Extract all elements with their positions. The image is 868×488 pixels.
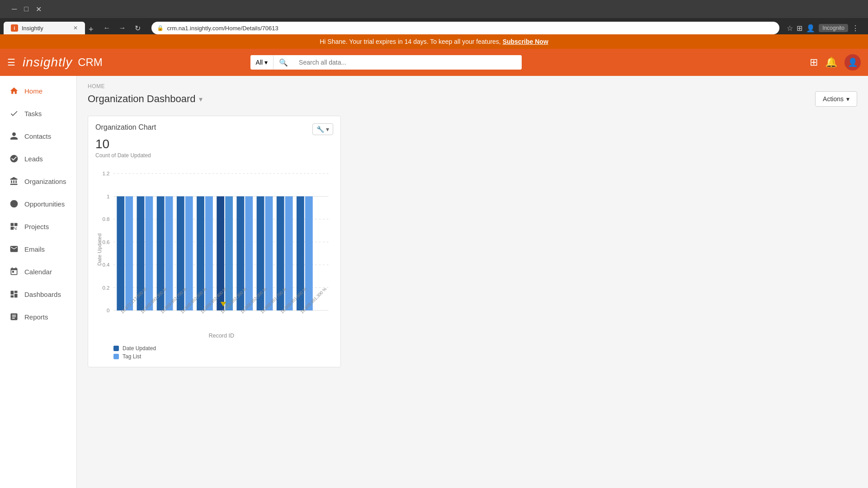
- sidebar-label-leads: Leads: [24, 155, 43, 163]
- profile-icon[interactable]: 👤: [806, 24, 815, 33]
- sidebar-item-contacts[interactable]: Contacts: [0, 125, 76, 147]
- chart-settings-button[interactable]: 🔧 ▾: [312, 123, 333, 135]
- trial-banner: Hi Shane. Your trial expires in 14 days.…: [0, 34, 868, 49]
- new-tab-button[interactable]: +: [89, 25, 94, 34]
- bar-light-10: [305, 197, 313, 310]
- dropdown-arrow-icon: ▾: [264, 59, 268, 66]
- chart-card: Organization Chart 🔧 ▾ 10 Count of Date …: [88, 116, 341, 367]
- tab-title: Insightly: [22, 25, 43, 32]
- sidebar-item-opportunities[interactable]: Opportunities: [0, 192, 76, 215]
- legend-label-date-updated: Date Updated: [123, 345, 156, 352]
- header-action-icons: ⊞ 🔔 👤: [810, 54, 861, 70]
- sidebar-label-home: Home: [24, 87, 42, 95]
- maximize-icon[interactable]: □: [24, 5, 28, 14]
- reload-button[interactable]: ↻: [132, 22, 144, 34]
- dashboards-icon: [9, 289, 19, 299]
- bar-light-5: [205, 197, 213, 310]
- chart-area: 1.2 1 0.8 0.6 0.4 0.2 0 Date: [95, 164, 333, 360]
- sidebar-item-projects[interactable]: Projects: [0, 215, 76, 238]
- menu-icon[interactable]: ⋮: [852, 24, 859, 33]
- page-title-text: Organization Dashboard: [88, 93, 195, 105]
- svg-text:0.6: 0.6: [102, 239, 109, 245]
- url-bar[interactable]: 🔒 crm.na1.insightly.com/Home/Details/706…: [151, 22, 780, 34]
- svg-text:Date Updated: Date Updated: [97, 234, 102, 266]
- window-controls[interactable]: ─ □ ✕: [12, 5, 42, 14]
- navigation-controls: ← → ↻: [101, 22, 144, 34]
- sidebar-item-leads[interactable]: Leads: [0, 147, 76, 170]
- search-input[interactable]: [293, 55, 521, 70]
- incognito-badge: Incognito: [819, 24, 848, 32]
- lock-icon: 🔒: [157, 25, 164, 31]
- minimize-icon[interactable]: ─: [12, 5, 17, 14]
- legend-label-tag-list: Tag List: [123, 353, 141, 360]
- bar-light-3: [165, 197, 173, 310]
- hamburger-menu-icon[interactable]: ☰: [7, 57, 15, 68]
- sidebar-item-emails[interactable]: Emails: [0, 238, 76, 260]
- svg-text:0.2: 0.2: [102, 285, 109, 291]
- sidebar-item-reports[interactable]: Reports: [0, 305, 76, 328]
- sidebar-item-organizations[interactable]: Organizations: [0, 170, 76, 192]
- back-button[interactable]: ←: [101, 22, 113, 34]
- home-icon: [9, 86, 19, 96]
- page-title-area: Organization Dashboard ▾ Actions ▾: [88, 91, 857, 107]
- emails-icon: [9, 244, 19, 254]
- trial-message: Hi Shane. Your trial expires in 14 days.…: [320, 38, 501, 45]
- actions-button[interactable]: Actions ▾: [815, 91, 857, 107]
- close-icon[interactable]: ✕: [36, 5, 42, 14]
- legend-item-tag-list: Tag List: [113, 353, 333, 360]
- sidebar-item-calendar[interactable]: Calendar: [0, 260, 76, 283]
- url-text: crm.na1.insightly.com/Home/Details/70613: [167, 25, 278, 32]
- svg-text:0: 0: [107, 308, 109, 313]
- chart-title: Organization Chart: [95, 123, 156, 131]
- sidebar-label-dashboards: Dashboards: [24, 291, 61, 298]
- forward-button[interactable]: →: [116, 22, 129, 34]
- orgs-icon: [9, 176, 19, 186]
- sidebar-item-dashboards[interactable]: Dashboards: [0, 283, 76, 305]
- add-icon[interactable]: ⊞: [810, 56, 818, 68]
- notifications-icon[interactable]: 🔔: [825, 56, 837, 68]
- sidebar-label-emails: Emails: [24, 245, 45, 253]
- user-avatar[interactable]: 👤: [844, 54, 861, 70]
- actions-label: Actions: [823, 95, 844, 103]
- bar-light-4: [185, 197, 193, 310]
- sidebar-label-opportunities: Opportunities: [24, 200, 65, 208]
- search-filter-dropdown[interactable]: All ▾: [250, 55, 274, 70]
- search-dropdown-label: All: [256, 59, 263, 66]
- bar-dark-1: [117, 197, 124, 310]
- tab-close-button[interactable]: ✕: [73, 25, 78, 31]
- wrench-icon: 🔧: [316, 126, 324, 133]
- subscribe-link[interactable]: Subscribe Now: [503, 38, 548, 45]
- avatar-icon: 👤: [848, 57, 858, 67]
- browser-window-controls: ─ □ ✕: [0, 0, 868, 18]
- sidebar-nav: Home Tasks Contacts Leads Organizations: [0, 76, 77, 488]
- svg-text:0.8: 0.8: [102, 216, 109, 222]
- bookmark-icon[interactable]: ☆: [787, 24, 793, 33]
- page-title: Organization Dashboard ▾: [88, 93, 203, 105]
- search-bar[interactable]: All ▾ 🔍: [250, 55, 522, 70]
- svg-text:1.2: 1.2: [102, 171, 109, 176]
- sidebar-label-contacts: Contacts: [24, 132, 51, 140]
- sidebar-item-tasks[interactable]: Tasks: [0, 102, 76, 125]
- chart-legend: Date Updated Tag List: [113, 345, 333, 360]
- reports-icon: [9, 312, 19, 322]
- calendar-icon: [9, 267, 19, 277]
- main-content: HOME Organization Dashboard ▾ Actions ▾ …: [77, 76, 868, 488]
- settings-dropdown-icon: ▾: [326, 126, 329, 133]
- active-tab[interactable]: i Insightly ✕: [4, 22, 85, 34]
- bar-light-7: [245, 197, 253, 310]
- svg-text:0.4: 0.4: [102, 262, 110, 267]
- sidebar-label-reports: Reports: [24, 313, 48, 321]
- tab-favicon: i: [11, 24, 18, 32]
- page-title-dropdown-icon[interactable]: ▾: [199, 95, 203, 103]
- projects-icon: [9, 221, 19, 231]
- svg-text:1: 1: [107, 194, 109, 199]
- extension-icon[interactable]: ⊞: [797, 24, 802, 33]
- bar-light-2: [145, 197, 153, 310]
- bar-chart-svg: 1.2 1 0.8 0.6 0.4 0.2 0 Date: [95, 164, 333, 340]
- chart-count: 10: [95, 137, 333, 151]
- sidebar-label-calendar: Calendar: [24, 268, 52, 276]
- legend-color-dark: [113, 346, 119, 351]
- chart-subtitle: Count of Date Updated: [95, 152, 333, 159]
- browser-action-icons: ☆ ⊞ 👤 Incognito ⋮: [787, 24, 859, 33]
- sidebar-item-home[interactable]: Home: [0, 80, 76, 102]
